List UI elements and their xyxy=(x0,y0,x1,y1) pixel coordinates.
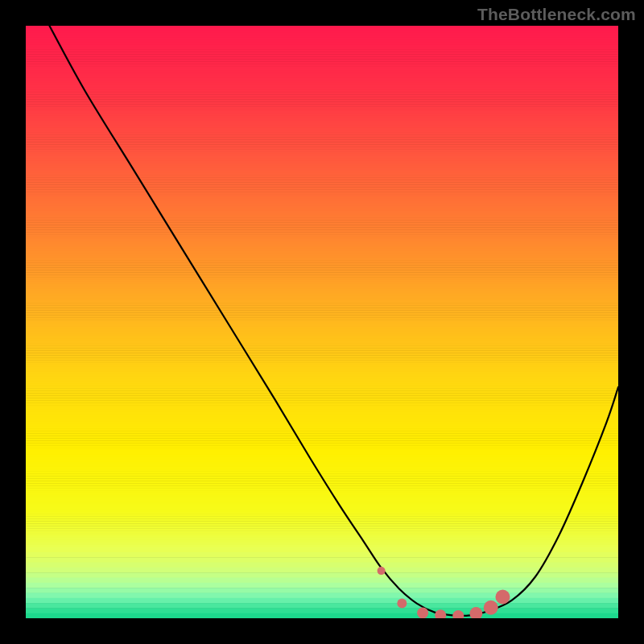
svg-point-235 xyxy=(397,599,407,609)
chart-frame: TheBottleneck.com xyxy=(0,0,644,644)
watermark-label: TheBottleneck.com xyxy=(477,5,636,24)
svg-point-241 xyxy=(495,590,510,605)
svg-point-234 xyxy=(378,567,386,575)
data-markers xyxy=(26,26,618,618)
svg-point-239 xyxy=(469,607,482,618)
svg-point-238 xyxy=(452,610,464,618)
svg-point-240 xyxy=(484,601,498,615)
svg-point-236 xyxy=(417,607,428,618)
plot-area xyxy=(26,26,618,618)
svg-point-237 xyxy=(435,609,446,618)
